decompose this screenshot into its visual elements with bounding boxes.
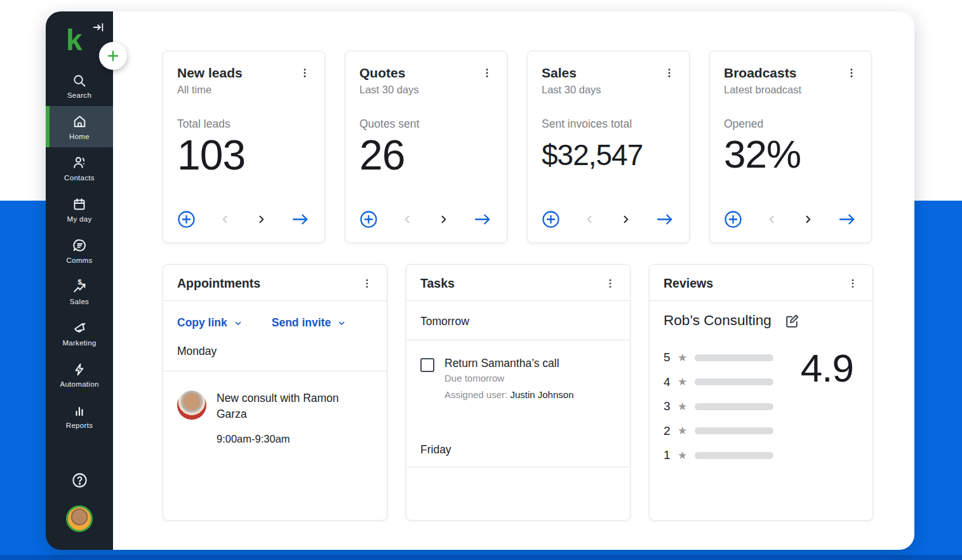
sidebar-item-contacts[interactable]: Contacts [46, 147, 113, 189]
sidebar-item-label: Search [67, 91, 91, 99]
stat-card-sales: Sales Last 30 days Sent invoices total $… [527, 51, 690, 243]
sidebar: k Search Home [46, 11, 113, 550]
chevron-left-icon[interactable] [219, 213, 231, 225]
business-name: Rob’s Consulting [664, 312, 772, 329]
reviews-card: Reviews Rob’s Consulting [649, 264, 873, 521]
assigned-user-label: Assigned user: [444, 389, 507, 400]
chat-icon [71, 237, 88, 254]
add-record-button[interactable] [359, 210, 378, 229]
kebab-menu-icon[interactable] [605, 276, 616, 291]
metric-label: Opened [724, 117, 857, 131]
stat-card-quotes: Quotes Last 30 days Quotes sent 26 [345, 51, 507, 243]
metric-value: 103 [177, 133, 311, 177]
star-icon: ★ [678, 375, 687, 389]
task-checkbox[interactable] [420, 358, 434, 372]
kebab-menu-icon[interactable] [361, 276, 373, 291]
chevron-left-icon[interactable] [401, 213, 413, 225]
sidebar-item-automation[interactable]: Automation [46, 354, 113, 395]
rating-bar [695, 403, 773, 410]
sidebar-item-comms[interactable]: Comms [46, 230, 113, 271]
send-invite-dropdown[interactable]: Send invite [272, 316, 346, 330]
tasks-section-label: Tomorrow [406, 301, 630, 340]
tasks-section-label: Friday [406, 429, 630, 467]
sidebar-item-search[interactable]: Search [46, 65, 113, 106]
tasks-card: Tasks Tomorrow Return Samantha’s call Du… [406, 264, 631, 521]
kebab-menu-icon[interactable] [847, 276, 858, 291]
star-icon: ★ [678, 449, 687, 462]
keap-logo[interactable]: k [66, 25, 83, 55]
rating-bar [695, 427, 773, 434]
sidebar-item-sales[interactable]: $ Sales [46, 271, 113, 312]
star-icon: ★ [678, 351, 687, 364]
sidebar-item-my-day[interactable]: My day [46, 189, 113, 230]
chevron-right-icon[interactable] [255, 213, 267, 225]
page-background-bottom-strip [0, 555, 962, 560]
go-to-report-arrow-icon[interactable] [655, 212, 675, 227]
kebab-menu-icon[interactable] [299, 65, 311, 81]
chevron-right-icon[interactable] [802, 213, 814, 225]
rating-row-label: 3 [664, 399, 673, 413]
card-subtitle: Last 30 days [542, 84, 675, 96]
star-icon: ★ [678, 400, 687, 413]
stat-card-new-leads: New leads All time Total leads 103 [163, 51, 325, 243]
copy-link-dropdown[interactable]: Copy link [177, 316, 243, 330]
star-icon: ★ [678, 424, 687, 437]
task-assigned: Assigned user: Justin Johnson [444, 389, 573, 400]
metric-label: Quotes sent [359, 117, 493, 131]
add-record-button[interactable] [542, 210, 560, 229]
task-title: Return Samantha’s call [444, 357, 573, 370]
add-record-button[interactable] [724, 210, 742, 229]
megaphone-icon [71, 320, 88, 337]
divider [406, 467, 630, 467]
add-record-button[interactable] [177, 210, 196, 229]
sidebar-item-label: My day [67, 215, 92, 223]
sidebar-item-label: Sales [70, 298, 89, 305]
metric-value: $32,547 [542, 140, 675, 170]
sidebar-item-label: Home [69, 133, 90, 140]
sidebar-item-reports[interactable]: Reports [46, 395, 113, 436]
appointment-item[interactable]: New consult with Ramon Garza 9:00am-9:30… [163, 371, 387, 464]
copy-link-label: Copy link [177, 316, 227, 330]
sidebar-item-label: Contacts [64, 174, 95, 182]
sidebar-item-label: Reports [66, 422, 93, 429]
appointment-time: 9:00am-9:30am [217, 433, 363, 445]
kebab-menu-icon[interactable] [481, 65, 493, 81]
chevron-left-icon[interactable] [584, 213, 596, 225]
card-subtitle: Latest broadcast [724, 84, 857, 96]
panel-title: Tasks [420, 276, 455, 291]
dollar-trend-icon: $ [71, 279, 88, 295]
kebab-menu-icon[interactable] [664, 65, 675, 81]
kebab-menu-icon[interactable] [846, 65, 857, 81]
chevron-down-icon [337, 319, 346, 328]
app-window: k Search Home [46, 11, 914, 550]
contact-avatar [177, 390, 206, 420]
chevron-right-icon[interactable] [620, 213, 632, 225]
rating-row-label: 2 [664, 424, 673, 438]
task-item[interactable]: Return Samantha’s call Due tomorrow Assi… [406, 340, 630, 400]
sidebar-item-home[interactable]: Home [46, 106, 113, 147]
go-to-report-arrow-icon[interactable] [291, 212, 311, 227]
user-avatar[interactable] [66, 505, 93, 532]
sidebar-collapse-icon[interactable] [91, 20, 105, 34]
add-button[interactable] [99, 42, 127, 70]
help-button[interactable] [46, 472, 113, 489]
panel-title: Appointments [177, 276, 260, 291]
rating-row-label: 4 [664, 375, 673, 389]
bar-chart-icon [71, 403, 88, 419]
sidebar-item-label: Marketing [62, 339, 96, 347]
rating-row: 2 ★ [664, 419, 858, 444]
chevron-right-icon[interactable] [438, 213, 450, 225]
sidebar-item-label: Comms [66, 257, 92, 264]
rating-row: 1 ★ [664, 443, 858, 468]
go-to-report-arrow-icon[interactable] [473, 212, 493, 227]
edit-icon[interactable] [784, 313, 800, 329]
sidebar-item-marketing[interactable]: Marketing [46, 312, 113, 354]
panels-row: Appointments Copy link Send invite [163, 264, 873, 521]
chevron-left-icon[interactable] [766, 213, 778, 225]
svg-text:$: $ [77, 279, 81, 286]
sidebar-item-label: Automation [60, 380, 98, 388]
card-subtitle: Last 30 days [359, 84, 493, 96]
go-to-report-arrow-icon[interactable] [838, 212, 857, 227]
plus-icon [105, 48, 121, 63]
card-title: Sales [542, 65, 577, 81]
